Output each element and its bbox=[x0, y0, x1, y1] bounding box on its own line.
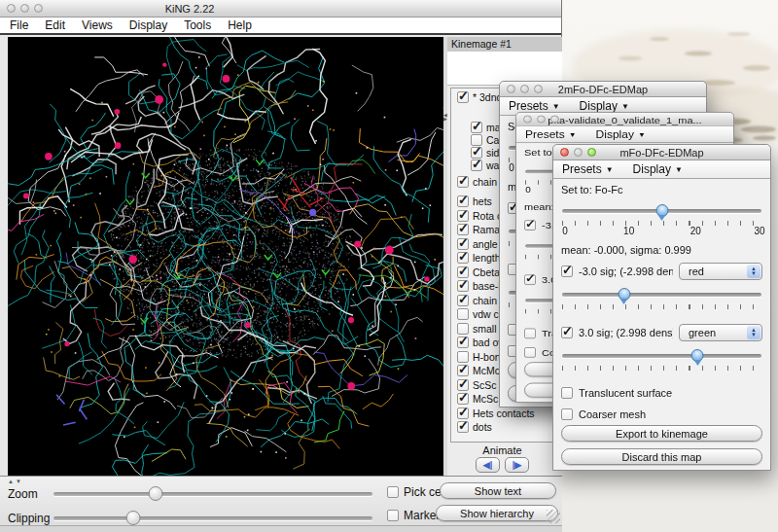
menu-file[interactable]: File bbox=[10, 18, 28, 32]
dialog-menu-bar: Presets▼ Display▼ bbox=[553, 160, 770, 179]
checkbox[interactable] bbox=[457, 421, 469, 433]
neg-color-dropdown[interactable]: red ▲▼ bbox=[679, 263, 762, 280]
menu-views[interactable]: Views bbox=[82, 18, 113, 32]
checkbox[interactable] bbox=[457, 210, 469, 222]
pos-contour-checkbox[interactable] bbox=[561, 327, 573, 338]
checkbox[interactable] bbox=[457, 176, 469, 188]
coarser-mesh-checkbox[interactable] bbox=[524, 347, 536, 358]
sigma-level-slider[interactable] bbox=[562, 209, 761, 213]
checkbox[interactable] bbox=[457, 280, 469, 292]
pos-contour-checkbox[interactable] bbox=[524, 274, 536, 285]
pos-color-dropdown[interactable]: green ▲▼ bbox=[679, 324, 762, 341]
window-footer bbox=[0, 525, 562, 532]
dialog-titlebar[interactable]: mFo-DFc-EDMap bbox=[553, 145, 770, 160]
minimize-icon[interactable] bbox=[537, 116, 546, 124]
presets-menu[interactable]: Presets▼ bbox=[562, 162, 614, 176]
minimize-icon[interactable] bbox=[20, 4, 29, 13]
checklist-item[interactable]: dots bbox=[451, 420, 559, 435]
checkbox[interactable] bbox=[457, 337, 469, 348]
set-to-label: Set to: Fo-Fc bbox=[561, 184, 623, 195]
neg-contour-label: -3.0 sig; (-2.998 dens) bbox=[579, 266, 673, 277]
king-main-window: KiNG 2.22 File Edit Views Display Tools … bbox=[0, 0, 562, 532]
neg-level-slider[interactable] bbox=[562, 293, 761, 297]
discard-map-button[interactable]: Discard this map bbox=[561, 448, 762, 465]
close-icon[interactable] bbox=[523, 116, 532, 124]
bottom-control-bar: ▲▼ Zoom Clipping Pick center Markers Sho… bbox=[0, 476, 562, 525]
zoom-slider-thumb[interactable] bbox=[148, 486, 162, 501]
clipping-slider[interactable] bbox=[53, 516, 372, 520]
kinemage-list-item[interactable]: Kinemage #1 bbox=[447, 37, 562, 52]
checklist-item-label: hets bbox=[473, 195, 492, 207]
resize-grip[interactable] bbox=[547, 510, 560, 523]
checkbox[interactable] bbox=[457, 351, 469, 363]
neg-contour-checkbox[interactable] bbox=[561, 266, 573, 277]
slider-thumb[interactable] bbox=[618, 288, 630, 305]
show-text-button[interactable]: Show text bbox=[440, 482, 556, 499]
window-controls bbox=[0, 4, 43, 13]
animate-step-back-button[interactable]: ◀| bbox=[476, 457, 500, 473]
translucent-surface-checkbox[interactable] bbox=[561, 387, 573, 399]
molecule-viewport[interactable] bbox=[8, 37, 443, 476]
export-to-kinemage-button[interactable]: Export to kinemage bbox=[561, 425, 762, 442]
display-menu[interactable]: Display▼ bbox=[580, 99, 629, 113]
clipping-slider-thumb[interactable] bbox=[126, 511, 141, 525]
show-hierarchy-button[interactable]: Show hierarchy bbox=[436, 505, 558, 521]
presets-menu[interactable]: Presets▼ bbox=[525, 128, 577, 140]
neg-contour-checkbox[interactable] bbox=[524, 220, 536, 231]
edmap-dialog: mFo-DFc-EDMap Presets▼ Display▼ Set to: … bbox=[552, 144, 771, 471]
map-stats-label: mean: -0.000, sigma: 0.999 bbox=[561, 244, 691, 256]
zoom-window-icon[interactable] bbox=[587, 148, 596, 157]
menu-help[interactable]: Help bbox=[228, 18, 252, 32]
menu-edit[interactable]: Edit bbox=[45, 18, 65, 32]
menu-display[interactable]: Display bbox=[129, 18, 167, 32]
checkbox[interactable] bbox=[471, 122, 482, 133]
checkbox[interactable] bbox=[457, 252, 469, 264]
checkbox[interactable] bbox=[457, 238, 469, 250]
zoom-window-icon[interactable] bbox=[550, 116, 559, 124]
slider-range-labels: 0 10 20 30 bbox=[562, 226, 761, 236]
checkbox[interactable] bbox=[457, 408, 469, 419]
coarser-mesh-label: Coarser mesh bbox=[579, 408, 762, 420]
slider-thumb[interactable] bbox=[691, 349, 704, 367]
checkbox[interactable] bbox=[457, 266, 469, 278]
close-icon[interactable] bbox=[560, 148, 569, 157]
clipping-slider-label: Clipping bbox=[8, 512, 50, 525]
animate-step-forward-button[interactable]: |▶ bbox=[505, 457, 529, 473]
zoom-window-icon[interactable] bbox=[534, 85, 543, 93]
translucent-surface-checkbox[interactable] bbox=[524, 329, 536, 339]
checkbox[interactable] bbox=[457, 308, 469, 320]
checkbox[interactable] bbox=[457, 295, 469, 306]
chevron-down-icon: ▼ bbox=[638, 130, 646, 138]
zoom-slider[interactable] bbox=[53, 492, 372, 496]
pos-level-slider[interactable] bbox=[562, 354, 761, 358]
main-titlebar[interactable]: KiNG 2.22 bbox=[0, 0, 561, 18]
checkbox[interactable] bbox=[457, 91, 469, 103]
slider-ticks bbox=[562, 304, 761, 309]
markers-checkbox[interactable] bbox=[387, 510, 399, 521]
popup-arrows-icon: ▲▼ bbox=[747, 326, 760, 339]
display-menu[interactable]: Display▼ bbox=[633, 162, 683, 176]
coarser-mesh-checkbox[interactable] bbox=[561, 408, 573, 420]
checkbox[interactable] bbox=[457, 195, 469, 207]
minimize-icon[interactable] bbox=[574, 148, 583, 157]
slider-thumb[interactable] bbox=[655, 204, 668, 222]
dialog-titlebar[interactable]: pka-validate_0_validate_1_ma... bbox=[516, 113, 733, 126]
pick-center-checkbox[interactable] bbox=[387, 486, 399, 498]
presets-menu[interactable]: Presets▼ bbox=[509, 99, 560, 113]
close-icon[interactable] bbox=[7, 4, 16, 13]
minimize-icon[interactable] bbox=[520, 85, 529, 93]
zoom-window-icon[interactable] bbox=[34, 4, 43, 13]
menu-tools[interactable]: Tools bbox=[184, 18, 211, 32]
checkbox[interactable] bbox=[457, 393, 469, 405]
checkbox[interactable] bbox=[457, 224, 469, 235]
dialog-titlebar[interactable]: 2mFo-DFc-EDMap bbox=[500, 82, 706, 97]
checkbox[interactable] bbox=[457, 365, 469, 376]
collapse-splitter-icon[interactable]: ▲▼ bbox=[8, 479, 23, 484]
checkbox[interactable] bbox=[457, 323, 469, 335]
close-icon[interactable] bbox=[507, 85, 515, 93]
checkbox[interactable] bbox=[471, 160, 482, 171]
checkbox[interactable] bbox=[457, 379, 469, 391]
display-menu[interactable]: Display▼ bbox=[596, 128, 646, 140]
dialog-menu-bar: Presets▼ Display▼ bbox=[516, 126, 733, 143]
window-title: KiNG 2.22 bbox=[126, 3, 253, 15]
